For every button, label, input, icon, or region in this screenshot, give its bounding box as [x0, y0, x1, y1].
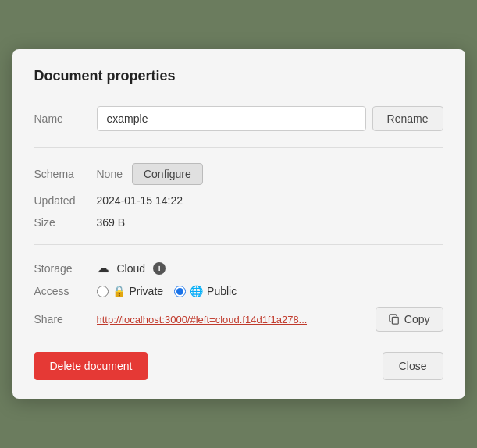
updated-row-value: 2024-01-15 14:22 [97, 194, 443, 207]
public-option[interactable]: 🌐 Public [174, 285, 237, 297]
close-button[interactable]: Close [383, 352, 443, 380]
copy-icon [389, 314, 400, 325]
dialog-title: Document properties [34, 68, 443, 84]
name-input[interactable] [97, 106, 366, 131]
schema-none-value: None [97, 168, 123, 180]
globe-icon: 🌐 [190, 285, 203, 297]
rename-button[interactable]: Rename [372, 106, 443, 131]
name-row: Name Rename [34, 101, 443, 136]
name-label: Name [34, 112, 97, 125]
info-icon[interactable]: i [153, 262, 166, 275]
name-row-value: Rename [97, 106, 443, 131]
access-row: Access 🔒 Private 🌐 Public [34, 280, 443, 302]
public-label: Public [207, 285, 237, 297]
storage-row-value: ☁ Cloud i [97, 261, 443, 276]
delete-document-button[interactable]: Delete document [34, 352, 148, 380]
share-link[interactable]: http://localhost:3000/#left=cloud.f14d1f… [97, 314, 308, 325]
size-label: Size [34, 216, 97, 229]
public-radio[interactable] [174, 286, 186, 297]
cloud-icon: ☁ [97, 261, 109, 276]
share-row-value: http://localhost:3000/#left=cloud.f14d1f… [97, 307, 443, 332]
updated-value: 2024-01-15 14:22 [97, 194, 183, 207]
updated-row: Updated 2024-01-15 14:22 [34, 190, 443, 212]
document-properties-dialog: Document properties Name Rename Schema N… [12, 49, 465, 399]
size-row-value: 369 B [97, 216, 443, 229]
share-label: Share [34, 313, 97, 325]
svg-rect-0 [392, 317, 398, 324]
schema-row-value: None Configure [97, 163, 443, 185]
size-value: 369 B [97, 216, 126, 229]
access-label: Access [34, 285, 97, 297]
private-radio[interactable] [97, 286, 109, 297]
updated-label: Updated [34, 194, 97, 207]
share-row: Share http://localhost:3000/#left=cloud.… [34, 302, 443, 336]
private-option[interactable]: 🔒 Private [97, 285, 164, 297]
storage-value: Cloud [117, 262, 146, 275]
size-row: Size 369 B [34, 212, 443, 233]
schema-row: Schema None Configure [34, 158, 443, 190]
storage-row: Storage ☁ Cloud i [34, 256, 443, 280]
divider-1 [34, 147, 443, 148]
schema-label: Schema [34, 168, 97, 180]
private-label: Private [130, 285, 164, 297]
access-options: 🔒 Private 🌐 Public [97, 285, 443, 297]
lock-icon: 🔒 [112, 285, 126, 297]
dialog-footer: Delete document Close [34, 352, 443, 380]
storage-label: Storage [34, 262, 97, 275]
divider-2 [34, 244, 443, 245]
copy-button[interactable]: Copy [376, 307, 443, 332]
copy-label: Copy [404, 313, 430, 325]
configure-button[interactable]: Configure [132, 163, 203, 185]
